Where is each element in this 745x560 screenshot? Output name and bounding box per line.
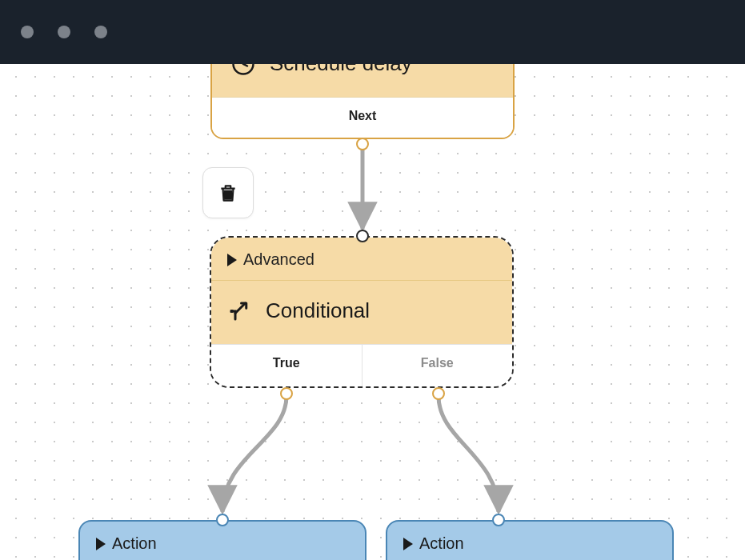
node-category-row[interactable]: Action [387, 522, 672, 560]
workflow-canvas[interactable]: Schedule delay Next Advanced Conditional… [0, 64, 745, 560]
clock-icon [231, 64, 255, 76]
port-conditional-false[interactable] [432, 387, 445, 400]
branch-icon [227, 299, 251, 323]
traffic-light-dot [21, 26, 34, 38]
node-title: Conditional [266, 298, 370, 323]
node-header: Schedule delay [212, 64, 513, 97]
outport-false[interactable]: False [362, 345, 513, 386]
port-conditional-in[interactable] [356, 230, 369, 242]
chevron-right-icon [403, 538, 413, 550]
edge-false-to-action-right[interactable] [439, 396, 499, 512]
outport-next[interactable]: Next [212, 97, 513, 138]
traffic-light-dot [94, 26, 107, 38]
traffic-light-dot [58, 26, 70, 38]
chevron-right-icon [96, 538, 106, 550]
node-category-row[interactable]: Advanced [211, 238, 512, 281]
node-category-label: Action [112, 534, 157, 553]
svg-point-0 [234, 64, 254, 74]
edge-true-to-action-left[interactable] [222, 396, 286, 512]
port-conditional-true[interactable] [280, 387, 293, 400]
node-title: Schedule delay [270, 64, 412, 76]
chevron-right-icon [227, 254, 237, 266]
trash-icon [218, 182, 238, 203]
node-category-label: Action [419, 534, 464, 553]
node-outports: True False [211, 344, 512, 386]
node-action-right[interactable]: Action [386, 520, 674, 560]
node-category-label: Advanced [243, 250, 314, 269]
node-body: Conditional [211, 281, 512, 344]
node-category-row[interactable]: Action [80, 522, 365, 560]
port-action-left-in[interactable] [216, 514, 229, 526]
outport-true[interactable]: True [211, 345, 362, 386]
port-action-right-in[interactable] [492, 514, 505, 526]
svg-rect-1 [230, 310, 234, 313]
node-schedule-delay[interactable]: Schedule delay Next [210, 64, 515, 139]
node-conditional[interactable]: Advanced Conditional True False [210, 236, 514, 388]
delete-node-button[interactable] [202, 167, 254, 218]
window-titlebar [0, 0, 745, 64]
port-schedule-next[interactable] [356, 138, 369, 150]
